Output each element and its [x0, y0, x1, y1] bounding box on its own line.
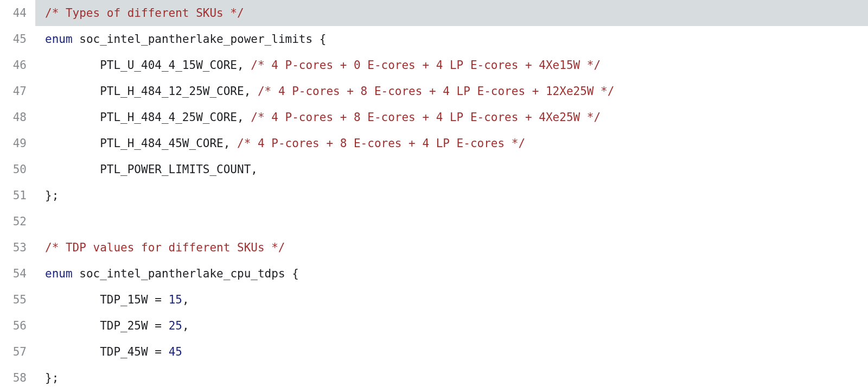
code-token: [148, 294, 155, 306]
code-line[interactable]: 50PTL_POWER_LIMITS_COUNT,: [0, 156, 868, 182]
code-token: ,: [244, 86, 251, 97]
code-token: /* Types of different SKUs */: [45, 8, 244, 19]
code-line[interactable]: 52: [0, 208, 868, 235]
line-content: /* TDP values for different SKUs */: [35, 235, 868, 261]
line-number: 54: [0, 268, 35, 280]
line-content: PTL_H_484_12_25W_CORE, /* 4 P-cores + 8 …: [35, 78, 868, 104]
code-token: /* 4 P-cores + 8 E-cores + 4 LP E-cores …: [258, 86, 614, 97]
code-token: [162, 346, 169, 358]
line-number: 49: [0, 138, 35, 149]
code-token: =: [155, 294, 162, 306]
code-line[interactable]: 45enum soc_intel_pantherlake_power_limit…: [0, 26, 868, 52]
line-number: 45: [0, 34, 35, 45]
line-content: PTL_H_484_4_25W_CORE, /* 4 P-cores + 8 E…: [35, 104, 868, 130]
code-token: [162, 320, 169, 332]
line-content: [35, 208, 868, 235]
code-line[interactable]: 49PTL_H_484_45W_CORE, /* 4 P-cores + 8 E…: [0, 130, 868, 156]
code-token: ,: [182, 320, 189, 332]
line-number: 56: [0, 320, 35, 332]
code-token: ,: [237, 60, 244, 71]
line-content: enum soc_intel_pantherlake_cpu_tdps {: [35, 261, 868, 287]
code-token: /* 4 P-cores + 0 E-cores + 4 LP E-cores …: [251, 60, 601, 71]
code-token: 45: [169, 346, 182, 358]
code-token: TDP_15W: [100, 294, 148, 306]
line-number: 57: [0, 346, 35, 358]
line-number: 58: [0, 372, 35, 384]
line-number: 52: [0, 216, 35, 227]
code-token: ,: [251, 164, 258, 175]
code-token: =: [155, 346, 162, 358]
code-token: 25: [169, 320, 182, 332]
code-token: [285, 268, 292, 280]
line-content: PTL_POWER_LIMITS_COUNT,: [35, 156, 868, 182]
code-line[interactable]: 53/* TDP values for different SKUs */: [0, 235, 868, 261]
line-number: 47: [0, 86, 35, 97]
code-token: [312, 34, 320, 45]
code-token: [244, 112, 251, 123]
code-token: [73, 268, 80, 280]
code-token: PTL_POWER_LIMITS_COUNT: [100, 164, 251, 175]
code-line[interactable]: 48PTL_H_484_4_25W_CORE, /* 4 P-cores + 8…: [0, 104, 868, 130]
line-number: 44: [0, 8, 35, 19]
code-line[interactable]: 57TDP_45W = 45: [0, 339, 868, 365]
code-viewer: 44/* Types of different SKUs */45enum so…: [0, 0, 868, 391]
code-token: [244, 60, 251, 71]
code-token: ,: [224, 138, 231, 149]
code-token: /* 4 P-cores + 8 E-cores + 4 LP E-cores …: [237, 138, 525, 149]
code-token: [230, 138, 237, 149]
code-token: ,: [237, 112, 244, 123]
code-token: =: [155, 320, 162, 332]
code-line[interactable]: 46PTL_U_404_4_15W_CORE, /* 4 P-cores + 0…: [0, 52, 868, 78]
code-token: };: [45, 372, 59, 384]
line-content: };: [35, 365, 868, 391]
code-line[interactable]: 47PTL_H_484_12_25W_CORE, /* 4 P-cores + …: [0, 78, 868, 104]
line-number: 46: [0, 60, 35, 71]
code-line[interactable]: 54enum soc_intel_pantherlake_cpu_tdps {: [0, 261, 868, 287]
line-number: 55: [0, 294, 35, 306]
line-content: TDP_25W = 25,: [35, 313, 868, 339]
code-token: enum: [45, 34, 73, 45]
code-token: /* TDP values for different SKUs */: [45, 242, 285, 254]
code-token: soc_intel_pantherlake_power_limits: [79, 34, 312, 45]
code-token: PTL_H_484_4_25W_CORE: [100, 112, 237, 123]
line-content: };: [35, 182, 868, 208]
code-token: PTL_H_484_12_25W_CORE: [100, 86, 244, 97]
code-token: PTL_U_404_4_15W_CORE: [100, 60, 237, 71]
code-token: {: [292, 268, 299, 280]
code-token: [251, 86, 258, 97]
line-number: 48: [0, 112, 35, 123]
code-token: ,: [182, 294, 189, 306]
line-content: TDP_15W = 15,: [35, 287, 868, 313]
line-content: enum soc_intel_pantherlake_power_limits …: [35, 26, 868, 52]
code-line[interactable]: 55TDP_15W = 15,: [0, 287, 868, 313]
line-number: 50: [0, 164, 35, 175]
line-number: 51: [0, 190, 35, 201]
line-content: PTL_U_404_4_15W_CORE, /* 4 P-cores + 0 E…: [35, 52, 868, 78]
code-token: TDP_45W: [100, 346, 148, 358]
line-content: PTL_H_484_45W_CORE, /* 4 P-cores + 8 E-c…: [35, 130, 868, 156]
code-token: [148, 346, 155, 358]
code-token: TDP_25W: [100, 320, 148, 332]
code-line[interactable]: 51};: [0, 182, 868, 208]
code-token: /* 4 P-cores + 8 E-cores + 4 LP E-cores …: [251, 112, 601, 123]
line-content: TDP_45W = 45: [35, 339, 868, 365]
code-line[interactable]: 44/* Types of different SKUs */: [0, 0, 868, 26]
code-line[interactable]: 58};: [0, 365, 868, 391]
code-token: [148, 320, 155, 332]
code-token: [162, 294, 169, 306]
code-token: 15: [169, 294, 182, 306]
code-token: soc_intel_pantherlake_cpu_tdps: [79, 268, 285, 280]
code-token: PTL_H_484_45W_CORE: [100, 138, 224, 149]
code-line[interactable]: 56TDP_25W = 25,: [0, 313, 868, 339]
code-token: enum: [45, 268, 73, 280]
line-number: 53: [0, 242, 35, 254]
line-content: /* Types of different SKUs */: [35, 0, 868, 26]
code-token: [73, 34, 80, 45]
code-token: };: [45, 190, 59, 201]
code-token: {: [320, 34, 327, 45]
